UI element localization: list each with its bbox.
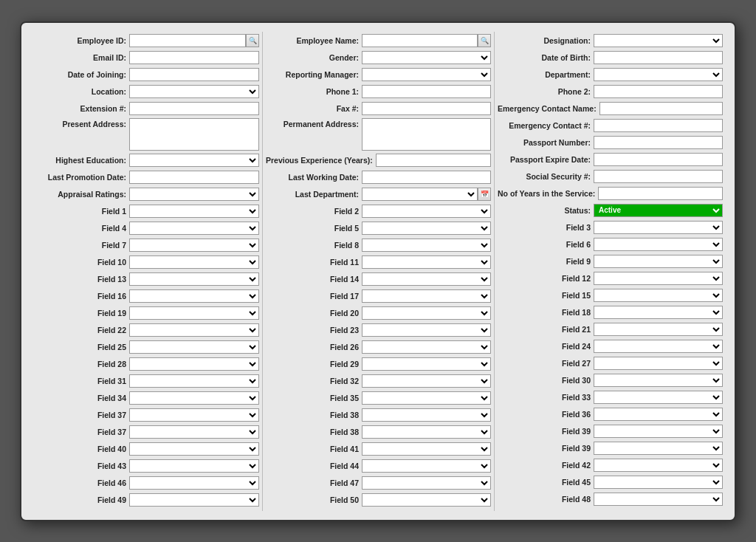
fax-input[interactable] (362, 102, 491, 115)
f26-select[interactable] (362, 340, 491, 354)
email-input[interactable] (129, 51, 259, 64)
f14-label: Field 14 (266, 275, 362, 284)
f8-select[interactable] (362, 239, 491, 252)
f5-select[interactable] (362, 222, 491, 235)
present-address-input[interactable] (129, 118, 259, 151)
f44-select[interactable] (362, 459, 491, 473)
employee-id-search-btn[interactable]: 🔍 (246, 34, 259, 47)
emg-name-input[interactable] (599, 102, 723, 115)
perm-address-input[interactable] (362, 118, 491, 151)
location-select[interactable] (129, 85, 259, 98)
f27-select[interactable] (594, 357, 723, 370)
col3: Designation: Date of Birth: Department: … (494, 32, 726, 511)
f19-select[interactable] (129, 306, 259, 320)
f31-select[interactable] (129, 374, 259, 388)
emp-name-search-btn[interactable]: 🔍 (478, 34, 491, 47)
f38b-select[interactable] (362, 425, 491, 439)
f29-select[interactable] (362, 357, 491, 371)
last-working-input[interactable] (362, 171, 491, 184)
passport-expire-label: Passport Expire Date: (498, 155, 594, 164)
phone1-input[interactable] (362, 85, 491, 98)
f14-select[interactable] (362, 272, 491, 286)
prev-exp-input[interactable] (376, 154, 491, 167)
f16-select[interactable] (129, 289, 259, 303)
f18-select[interactable] (594, 306, 723, 319)
employee-id-input[interactable] (129, 34, 246, 47)
appraisal-select[interactable] (129, 188, 259, 201)
f31-label: Field 31 (33, 377, 129, 385)
f43-select[interactable] (129, 459, 259, 473)
f45-label: Field 45 (498, 478, 594, 487)
present-address-row: Present Address: (33, 118, 259, 151)
f4-select[interactable] (129, 222, 259, 235)
dob-input[interactable] (594, 51, 723, 64)
last-promo-input[interactable] (129, 171, 259, 184)
f48-select[interactable] (594, 493, 723, 506)
f36-select[interactable] (594, 408, 723, 421)
f37b-select[interactable] (129, 425, 259, 439)
f45-select[interactable] (594, 476, 723, 489)
f6-select[interactable] (594, 238, 723, 251)
last-dept-select[interactable] (362, 188, 478, 201)
f41-select[interactable] (362, 442, 491, 456)
dept-select[interactable] (594, 68, 723, 81)
years-service-input[interactable] (598, 187, 723, 200)
f23-select[interactable] (362, 323, 491, 337)
f1-select[interactable] (129, 205, 259, 218)
f42-select[interactable] (594, 459, 723, 472)
years-service-row: No of Years in the Service: (498, 186, 723, 201)
f2-select[interactable] (362, 205, 491, 218)
f33-select[interactable] (594, 391, 723, 404)
f11-select[interactable] (362, 255, 491, 269)
f28-select[interactable] (129, 357, 259, 371)
f37a-select[interactable] (129, 408, 259, 422)
f38a-select[interactable] (362, 408, 491, 422)
gender-select[interactable] (362, 51, 491, 64)
f2-label: Field 2 (266, 207, 362, 216)
f7-select[interactable] (129, 239, 259, 252)
extension-input[interactable] (129, 102, 259, 115)
designation-select[interactable] (594, 34, 723, 47)
f17-select[interactable] (362, 289, 491, 303)
f47-select[interactable] (362, 476, 491, 490)
f49-select[interactable] (129, 493, 259, 507)
phone2-input[interactable] (594, 85, 723, 98)
highest-edu-select[interactable] (129, 154, 259, 167)
f40-select[interactable] (129, 442, 259, 456)
f30-select[interactable] (594, 374, 723, 387)
status-select[interactable]: Active (594, 204, 723, 217)
reporting-select[interactable] (362, 68, 491, 81)
f39b-select[interactable] (594, 442, 723, 455)
f26-label: Field 26 (266, 343, 362, 351)
emg-contact-input[interactable] (594, 119, 723, 132)
f46-select[interactable] (129, 476, 259, 490)
doj-input[interactable] (129, 68, 259, 81)
f32-select[interactable] (362, 374, 491, 388)
f46-label: Field 46 (33, 478, 129, 487)
f35-select[interactable] (362, 391, 491, 405)
present-address-label: Present Address: (33, 118, 129, 128)
f13-select[interactable] (129, 272, 259, 286)
last-dept-label: Last Department: (266, 190, 362, 199)
passport-expire-input[interactable] (594, 153, 723, 166)
f10-select[interactable] (129, 255, 259, 269)
f29-label: Field 29 (266, 360, 362, 368)
f24-select[interactable] (594, 340, 723, 353)
f25-select[interactable] (129, 340, 259, 354)
passport-input[interactable] (594, 136, 723, 149)
phone2-row: Phone 2: (498, 84, 723, 99)
ssn-input[interactable] (594, 170, 723, 183)
f21-select[interactable] (594, 323, 723, 336)
f34-select[interactable] (129, 391, 259, 405)
last-dept-calendar-btn[interactable]: 📅 (478, 188, 491, 201)
f22-select[interactable] (129, 323, 259, 337)
f3-select[interactable] (594, 221, 723, 234)
f39a-select[interactable] (594, 425, 723, 438)
f12-select[interactable] (594, 272, 723, 285)
f15-select[interactable] (594, 289, 723, 302)
f50-select[interactable] (362, 493, 491, 507)
f35-label: Field 35 (266, 394, 362, 402)
f20-select[interactable] (362, 306, 491, 320)
f9-select[interactable] (594, 255, 723, 268)
emp-name-input[interactable] (362, 34, 478, 47)
